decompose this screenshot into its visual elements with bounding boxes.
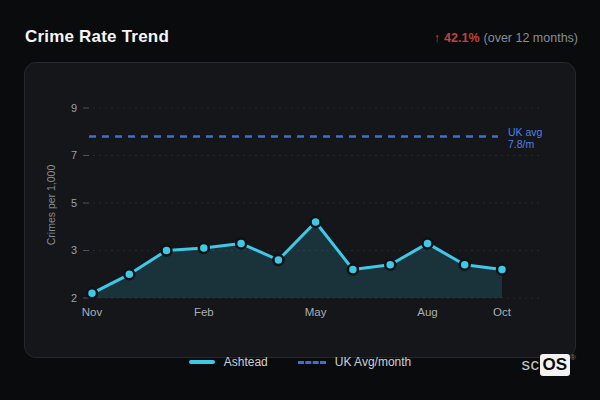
logo-box-text: OS — [540, 354, 571, 376]
page-title: Crime Rate Trend — [25, 27, 169, 47]
legend-label: UK Avg/month — [335, 355, 412, 369]
svg-text:May: May — [305, 306, 327, 318]
svg-text:UK avg7.8/m: UK avg7.8/m — [508, 126, 543, 151]
svg-text:Feb: Feb — [194, 306, 214, 318]
legend-item-uk-avg[interactable]: UK Avg/month — [298, 355, 412, 369]
svg-text:7: 7 — [71, 149, 77, 161]
crime-trend-chart-card: 23579NovFebMayAugOctCrimes per 1,000UK a… — [24, 62, 576, 358]
svg-text:Aug: Aug — [417, 306, 437, 318]
svg-text:3: 3 — [71, 244, 77, 256]
svg-text:5: 5 — [71, 197, 77, 209]
legend-item-ashtead[interactable]: Ashtead — [189, 355, 268, 369]
svg-text:Oct: Oct — [493, 306, 512, 318]
svg-text:9: 9 — [71, 102, 77, 114]
trend-value: 42.1% — [444, 31, 479, 45]
solid-line-swatch-icon — [189, 360, 215, 364]
chart-legend: Ashtead UK Avg/month — [0, 355, 600, 369]
svg-text:Crimes per 1,000: Crimes per 1,000 — [45, 165, 57, 246]
logo-prefix-text: sc — [522, 355, 540, 375]
trend-chart-svg[interactable]: 23579NovFebMayAugOctCrimes per 1,000UK a… — [25, 63, 577, 359]
svg-text:2: 2 — [71, 292, 77, 304]
trend-stat: ↑ 42.1% (over 12 months) — [434, 31, 578, 45]
legend-label: Ashtead — [224, 355, 268, 369]
scos-logo: sc OS ® — [522, 354, 576, 376]
trend-caption: (over 12 months) — [484, 31, 578, 45]
registered-mark-icon: ® — [570, 353, 576, 362]
dashed-line-swatch-icon — [298, 361, 326, 364]
svg-text:Nov: Nov — [82, 306, 103, 318]
trend-up-arrow-icon: ↑ — [434, 31, 440, 45]
